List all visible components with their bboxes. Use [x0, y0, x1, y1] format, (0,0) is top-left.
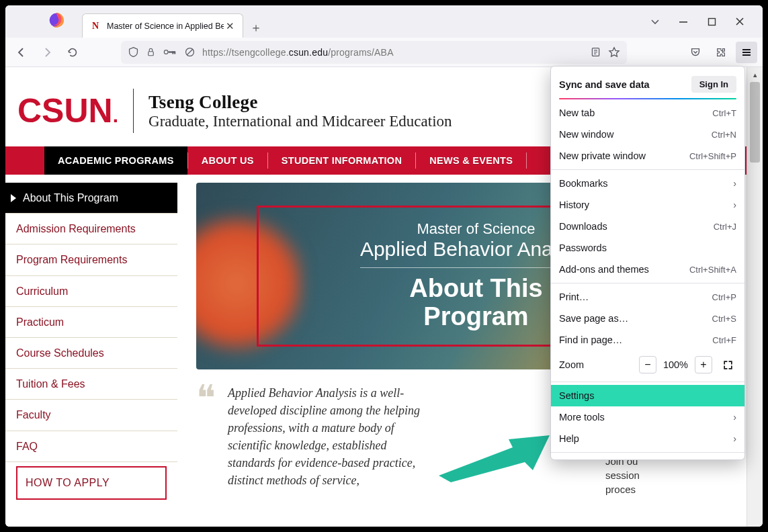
menu-help[interactable]: Help› [551, 428, 744, 449]
firefox-logo-icon [46, 9, 67, 31]
csun-logo[interactable]: CSUN. [17, 91, 118, 130]
nav-reload-button[interactable] [62, 42, 83, 63]
shield-icon [128, 46, 139, 58]
scroll-up-icon[interactable]: ▴ [747, 67, 763, 82]
nav-student-info[interactable]: STUDENT INFORMATION [268, 146, 415, 175]
info-session-text: Join ou session proces [605, 454, 733, 496]
fullscreen-button[interactable] [719, 356, 736, 373]
url-bar[interactable]: https://tsengcollege.csun.edu/programs/A… [121, 41, 627, 64]
nav-news[interactable]: NEWS & EVENTS [416, 146, 526, 175]
side-how-to-apply[interactable]: HOW TO APPLY [16, 466, 167, 500]
side-about-program[interactable]: About This Program [5, 183, 177, 214]
quote-mark-icon: ❝ [196, 384, 216, 490]
zoom-out-button[interactable]: − [639, 356, 656, 373]
zoom-value: 100% [663, 359, 688, 370]
svg-rect-3 [148, 52, 154, 56]
bookmark-star-icon[interactable] [608, 46, 620, 58]
svg-rect-5 [169, 51, 175, 52]
side-admission[interactable]: Admission Requirements [5, 214, 177, 245]
college-name: Tseng College [148, 92, 452, 113]
menu-save-page[interactable]: Save page as…Ctrl+S [551, 308, 744, 329]
menu-find[interactable]: Find in page…Ctrl+F [551, 329, 744, 351]
sign-in-button[interactable]: Sign In [691, 76, 736, 93]
svg-rect-7 [174, 51, 175, 54]
side-schedules[interactable]: Course Schedules [5, 338, 177, 369]
nav-back-button[interactable] [11, 42, 32, 63]
window-minimize-button[interactable] [675, 13, 691, 30]
college-tagline: Graduate, International and Midcareer Ed… [148, 113, 452, 130]
nav-programs[interactable]: ACADEMIC PROGRAMS [44, 146, 187, 175]
page-scrollbar[interactable]: ▴ [746, 67, 763, 527]
menu-new-window[interactable]: New windowCtrl+N [551, 124, 744, 145]
chevron-right-icon: › [733, 178, 736, 189]
menu-settings[interactable]: Settings [551, 385, 744, 406]
nav-about[interactable]: ABOUT US [188, 146, 267, 175]
extensions-icon[interactable] [710, 42, 732, 63]
tab-close-button[interactable]: ✕ [224, 20, 236, 32]
side-tuition[interactable]: Tuition & Fees [5, 369, 177, 400]
new-tab-button[interactable]: ＋ [246, 17, 266, 38]
menu-zoom: Zoom − 100% + [551, 351, 744, 379]
menu-addons[interactable]: Add-ons and themesCtrl+Shift+A [551, 259, 744, 280]
menu-sync[interactable]: Sync and save data Sign In [551, 71, 744, 98]
menu-more-tools[interactable]: More tools› [551, 406, 744, 428]
menu-passwords[interactable]: Passwords [551, 237, 744, 259]
app-menu: Sync and save data Sign In New tabCtrl+T… [550, 66, 745, 460]
tab-title: Master of Science in Applied Be [107, 21, 224, 31]
side-program-req[interactable]: Program Requirements [5, 245, 177, 275]
permissions-icon [163, 47, 177, 57]
chevron-right-icon: › [733, 412, 736, 423]
svg-rect-2 [708, 18, 715, 25]
side-faq[interactable]: FAQ [5, 431, 177, 462]
menu-new-tab[interactable]: New tabCtrl+T [551, 102, 744, 124]
tabs-dropdown-button[interactable] [647, 13, 663, 30]
app-menu-button[interactable] [736, 42, 757, 63]
window-close-button[interactable] [732, 13, 748, 30]
svg-rect-6 [172, 51, 173, 54]
menu-downloads[interactable]: DownloadsCtrl+J [551, 216, 744, 237]
quote-text: Applied Behavior Analysis is a well-deve… [228, 384, 423, 490]
lock-icon [146, 47, 156, 57]
side-practicum[interactable]: Practicum [5, 307, 177, 338]
chevron-right-icon: › [733, 200, 736, 210]
svg-rect-1 [679, 21, 687, 23]
zoom-in-button[interactable]: + [695, 356, 712, 373]
tracking-blocked-icon [184, 46, 196, 58]
reader-view-icon[interactable] [590, 46, 601, 58]
url-text: https://tsengcollege.csun.edu/programs/A… [202, 47, 583, 58]
menu-bookmarks[interactable]: Bookmarks› [551, 173, 744, 194]
sidebar: About This Program Admission Requirement… [5, 175, 177, 500]
pocket-icon[interactable] [685, 42, 706, 63]
browser-tab[interactable]: N Master of Science in Applied Be ✕ [82, 13, 243, 38]
menu-new-private[interactable]: New private windowCtrl+Shift+P [551, 145, 744, 167]
menu-print[interactable]: Print…Ctrl+P [551, 286, 744, 308]
side-curriculum[interactable]: Curriculum [5, 276, 177, 307]
side-faculty[interactable]: Faculty [5, 400, 177, 431]
menu-history[interactable]: History› [551, 194, 744, 216]
svg-point-4 [164, 50, 168, 54]
window-maximize-button[interactable] [703, 13, 720, 30]
tab-favicon-icon: N [89, 20, 101, 32]
scroll-thumb[interactable] [750, 82, 760, 163]
chevron-right-icon: › [733, 433, 736, 444]
browser-toolbar: https://tsengcollege.csun.edu/programs/A… [5, 38, 763, 67]
nav-forward-button[interactable] [36, 42, 58, 63]
window-titlebar: N Master of Science in Applied Be ✕ ＋ [5, 5, 763, 38]
